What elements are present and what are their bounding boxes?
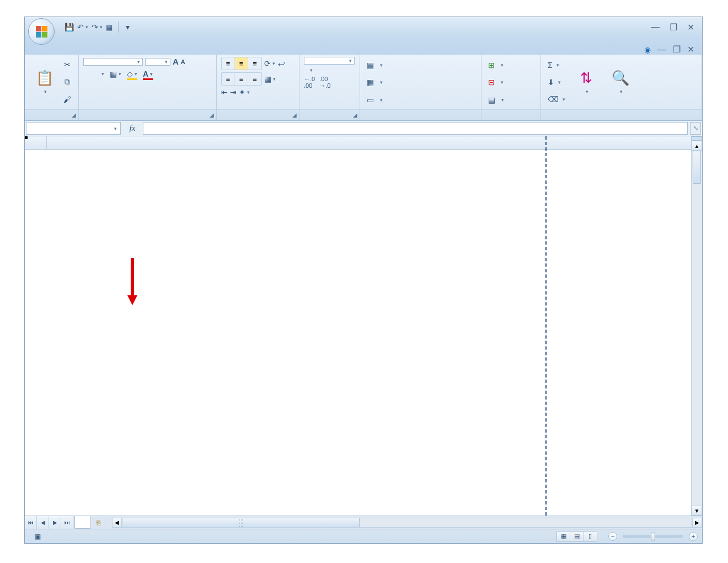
new-sheet-icon[interactable]: ⎘ xyxy=(91,516,105,529)
sheet-tab[interactable] xyxy=(74,516,91,529)
halign-buttons[interactable]: ≡≡≡ xyxy=(221,72,262,86)
insert-cells-button[interactable]: ⊞▾ xyxy=(486,60,536,70)
select-all-corner[interactable] xyxy=(25,136,47,149)
zoom-out-button[interactable]: − xyxy=(608,532,617,541)
expand-formula-bar[interactable]: ⤡ xyxy=(690,122,701,135)
number-format-selector[interactable]: ▾ xyxy=(304,57,355,65)
group-alignment: ≡≡≡ ⟳▾ ⮐ ≡≡≡ ▦▾ ⇤ ⇥ ✦▾ ◢ xyxy=(217,55,299,120)
minimize-button[interactable]: — xyxy=(651,22,660,33)
align-middle-icon: ≡ xyxy=(235,57,248,70)
save-icon[interactable]: 💾 xyxy=(65,23,74,31)
valign-buttons[interactable]: ≡≡≡ xyxy=(221,57,262,70)
scroll-down-icon[interactable]: ▼ xyxy=(692,506,702,516)
format-painter-icon[interactable]: 🖌 xyxy=(63,95,71,104)
align-bottom-icon: ≡ xyxy=(248,57,261,70)
normal-view-icon[interactable]: ▦ xyxy=(557,532,570,541)
page-break-view-icon[interactable]: ▯ xyxy=(584,532,597,541)
font-size-selector[interactable]: ▾ xyxy=(145,58,170,66)
sort-filter-button[interactable]: ⇅▾ xyxy=(571,57,602,107)
format-cells-button[interactable]: ▤▾ xyxy=(486,95,536,105)
conditional-formatting-button[interactable]: ▤▾ xyxy=(365,60,477,70)
format-cells-icon: ▤ xyxy=(488,95,495,104)
function-icon: fx xyxy=(130,124,136,133)
scroll-up-icon[interactable]: ▲ xyxy=(692,141,702,151)
macro-record-icon[interactable]: ▣ xyxy=(35,533,41,540)
quick-access-toolbar: 💾 ↶▾ ↷▾ ▦ ▾ xyxy=(65,22,130,33)
fill-color-icon[interactable]: ◇▾ xyxy=(127,70,137,78)
orientation-icon[interactable]: ⟳▾ xyxy=(264,59,275,68)
number-launcher-icon[interactable]: ◢ xyxy=(353,112,357,118)
page-layout-view-icon[interactable]: ▤ xyxy=(570,532,584,541)
customize-qat-icon[interactable]: ▾ xyxy=(126,23,130,31)
group-styles: ▤▾ ▦▾ ▭▾ xyxy=(360,55,481,120)
fx-label[interactable]: fx xyxy=(122,121,143,136)
fill-button[interactable]: ⬇▾ xyxy=(545,77,568,87)
align-right-icon: ≡ xyxy=(248,73,261,85)
border-icon[interactable]: ▦▾ xyxy=(110,70,121,78)
align-center-icon: ≡ xyxy=(235,73,248,85)
alignment-launcher-icon[interactable]: ◢ xyxy=(292,112,297,118)
office-button[interactable] xyxy=(28,18,55,45)
group-number: ▾ ▾ ←.0.00 .00→.0 ◢ xyxy=(299,55,360,120)
grow-font-icon[interactable]: A xyxy=(173,57,179,66)
decrease-decimal-icon[interactable]: .00→.0 xyxy=(319,76,330,89)
restore-button[interactable]: ❐ xyxy=(670,22,677,33)
format-as-table-button[interactable]: ▦▾ xyxy=(365,77,477,87)
paste-button[interactable]: 📋 ▾ xyxy=(29,57,60,107)
dec-indent-icon[interactable]: ⇤ xyxy=(221,88,228,97)
clear-button[interactable]: ⌫▾ xyxy=(545,94,568,104)
merge-center-icon[interactable]: ▦▾ xyxy=(264,75,276,83)
font-name-selector[interactable]: ▾ xyxy=(83,58,143,66)
window-controls: — ❐ ✕ xyxy=(651,22,702,33)
font-launcher-icon[interactable]: ◢ xyxy=(210,112,214,118)
zoom-in-button[interactable]: + xyxy=(689,532,698,541)
data-rows xyxy=(25,150,702,516)
split-handle-top[interactable] xyxy=(692,136,702,141)
hscroll-thumb[interactable] xyxy=(122,518,360,527)
horizontal-scrollbar[interactable]: ◀ ▶ xyxy=(112,516,702,529)
cut-icon[interactable]: ✂ xyxy=(63,60,71,69)
name-box[interactable]: ▾ xyxy=(26,122,121,135)
font-color-icon[interactable]: A▾ xyxy=(143,70,153,78)
workbook-restore[interactable]: ❐ xyxy=(673,44,681,55)
last-sheet-icon[interactable]: ⏭ xyxy=(61,516,73,529)
qat-separator xyxy=(118,22,119,33)
prev-sheet-icon[interactable]: ◀ xyxy=(37,516,49,529)
redo-icon[interactable]: ↷▾ xyxy=(92,23,103,31)
formula-input[interactable] xyxy=(143,122,688,135)
align-left-icon: ≡ xyxy=(222,73,235,85)
clipboard-launcher-icon[interactable]: ◢ xyxy=(72,112,76,118)
delete-cells-button[interactable]: ⊟▾ xyxy=(486,77,536,87)
vscroll-thumb[interactable] xyxy=(693,151,701,184)
fill-down-icon: ⬇ xyxy=(548,78,554,87)
zoom-knob[interactable] xyxy=(651,533,655,540)
workbook-minimize[interactable]: — xyxy=(657,45,666,55)
shrink-font-icon[interactable]: A xyxy=(181,59,185,65)
wrap-text-icon[interactable]: ⮐ xyxy=(277,59,285,68)
sigma-icon: Σ xyxy=(548,61,553,70)
annotation-arrow-icon xyxy=(126,256,138,305)
orientation-icon-2[interactable]: ✦▾ xyxy=(239,88,250,97)
group-editing: Σ▾ ⬇▾ ⌫▾ ⇅▾ 🔍▾ xyxy=(541,55,702,120)
cell-styles-button[interactable]: ▭▾ xyxy=(365,95,477,105)
undo-icon[interactable]: ↶▾ xyxy=(77,23,88,31)
find-icon: 🔍 xyxy=(612,70,629,87)
scroll-left-icon[interactable]: ◀ xyxy=(112,518,122,528)
close-button[interactable]: ✕ xyxy=(687,22,694,33)
group-clipboard: 📋 ▾ ✂ ⧉ 🖌 ◢ xyxy=(25,55,79,120)
scroll-right-icon[interactable]: ▶ xyxy=(692,518,702,528)
vertical-scrollbar[interactable]: ▲ ▼ xyxy=(691,136,702,516)
ribbon: 📋 ▾ ✂ ⧉ 🖌 ◢ ▾ ▾ A A xyxy=(25,55,702,121)
workbook-close[interactable]: ✕ xyxy=(687,44,694,55)
svg-marker-1 xyxy=(127,295,137,305)
print-preview-icon[interactable]: ▦ xyxy=(106,23,113,31)
find-select-button[interactable]: 🔍▾ xyxy=(605,57,636,107)
copy-icon[interactable]: ⧉ xyxy=(63,77,71,87)
inc-indent-icon[interactable]: ⇥ xyxy=(230,88,237,97)
zoom-slider[interactable] xyxy=(623,535,683,538)
autosum-button[interactable]: Σ▾ xyxy=(545,60,568,70)
next-sheet-icon[interactable]: ▶ xyxy=(49,516,61,529)
first-sheet-icon[interactable]: ⏮ xyxy=(25,516,37,529)
help-icon[interactable]: ◉ xyxy=(644,45,651,54)
increase-decimal-icon[interactable]: ←.0.00 xyxy=(304,76,315,89)
